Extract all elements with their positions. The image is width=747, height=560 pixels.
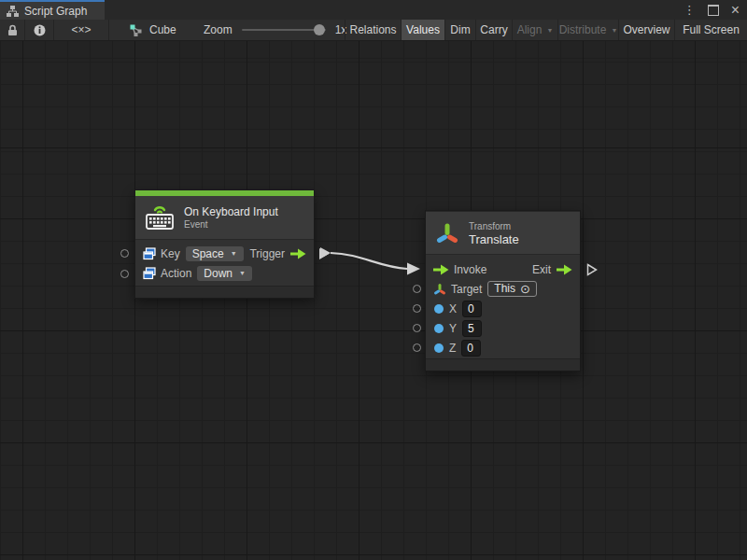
action-port-row: Action Down ▼	[135, 263, 314, 283]
action-value: Down	[204, 267, 233, 280]
node-footer	[426, 358, 580, 371]
zoom-slider-track[interactable]	[242, 29, 326, 31]
code-view-button[interactable]: <×>	[54, 20, 108, 40]
lock-button[interactable]	[0, 20, 24, 40]
value-port-dot-icon	[433, 323, 444, 334]
node-footer	[135, 286, 314, 298]
distribute-label: Distribute	[559, 23, 607, 36]
flow-arrow-icon	[557, 264, 572, 275]
zoom-slider-handle[interactable]	[314, 24, 325, 35]
key-dropdown[interactable]: Space ▼	[186, 246, 244, 261]
distribute-button[interactable]: Distribute ▼	[558, 20, 618, 40]
action-dropdown[interactable]: Down ▼	[197, 266, 252, 281]
keyboard-icon	[145, 204, 175, 231]
overview-button[interactable]: Overview	[619, 20, 674, 40]
node-on-keyboard-input[interactable]: On Keyboard Input Event Key Space ▼	[134, 189, 315, 299]
node-body: Key Space ▼ Trigger	[135, 239, 314, 286]
x-input-port[interactable]	[413, 304, 421, 313]
y-value-field[interactable]: 5	[462, 320, 482, 337]
z-value-field[interactable]: 0	[461, 340, 481, 357]
node-category: Transform	[469, 220, 519, 232]
graph-canvas[interactable]	[0, 41, 747, 560]
node-title-block: Transform Translate	[469, 220, 519, 246]
value-port-dot-icon	[433, 303, 444, 315]
chevron-down-icon: ▼	[239, 270, 246, 276]
zoom-label: Zoom	[204, 23, 233, 36]
graph-pointer-icon	[129, 23, 143, 36]
info-button[interactable]	[25, 20, 53, 40]
window-controls: ⋮ ×	[684, 0, 740, 20]
y-label: Y	[449, 322, 457, 335]
dim-button[interactable]: Dim	[445, 20, 475, 40]
graph-target-group[interactable]: Cube	[129, 20, 176, 40]
enum-type-icon	[143, 247, 156, 260]
target-input-port[interactable]	[413, 285, 421, 293]
align-label: Align	[517, 23, 543, 36]
close-icon[interactable]: ×	[731, 4, 740, 17]
window-menu-icon[interactable]: ⋮	[684, 3, 696, 17]
node-title: On Keyboard Input	[184, 205, 278, 219]
y-port-row: Y 5	[426, 318, 580, 338]
relations-button[interactable]: Relations	[345, 20, 401, 40]
toolbar-separator	[108, 20, 109, 40]
key-value: Space	[192, 247, 224, 260]
carry-button[interactable]: Carry	[476, 20, 512, 40]
chevron-down-icon: ▼	[231, 250, 237, 257]
script-graph-window: Script Graph ⋮ ×	[0, 0, 747, 560]
graph-hierarchy-icon	[7, 6, 19, 17]
value-port-dot-icon	[433, 343, 444, 354]
target-label: Target	[451, 283, 482, 296]
action-label: Action	[161, 267, 191, 280]
invoke-port-row: Invoke Exit	[426, 259, 580, 279]
object-picker-icon[interactable]: ⊙	[520, 283, 530, 295]
key-input-port[interactable]	[120, 249, 129, 258]
key-label: Key	[161, 247, 180, 260]
target-value: This	[494, 282, 515, 296]
x-port-row: X 0	[426, 299, 580, 318]
y-input-port[interactable]	[413, 324, 421, 332]
values-button[interactable]: Values	[402, 20, 444, 40]
z-label: Z	[449, 342, 456, 355]
maximize-icon[interactable]	[708, 5, 719, 16]
tab-title: Script Graph	[24, 5, 87, 18]
x-value-field[interactable]: 0	[462, 301, 482, 317]
graph-toolbar: <×> Cube Zoom 1x Relati	[0, 20, 747, 41]
chevron-down-icon: ▼	[546, 27, 553, 34]
title-bar: Script Graph ⋮ ×	[0, 0, 747, 20]
exit-output: Exit	[532, 263, 572, 276]
toolbar-toggle-group: Relations Values Dim Carry Align ▼ Distr…	[345, 20, 747, 40]
transform-axes-icon	[435, 221, 459, 245]
x-label: X	[449, 302, 457, 315]
z-input-port[interactable]	[413, 343, 421, 352]
node-title: Translate	[469, 232, 519, 246]
target-port-row: Target This ⊙	[426, 279, 580, 299]
node-subtitle: Event	[184, 219, 278, 231]
exit-output-port[interactable]	[586, 263, 598, 276]
trigger-output: Trigger	[249, 247, 306, 260]
key-port-row: Key Space ▼ Trigger	[135, 244, 314, 263]
info-icon	[34, 24, 46, 36]
node-title-block: On Keyboard Input Event	[184, 205, 278, 231]
exit-label: Exit	[532, 263, 551, 276]
flow-arrow-icon	[433, 264, 449, 275]
tab-script-graph[interactable]: Script Graph	[0, 0, 105, 20]
full-screen-button[interactable]: Full Screen	[675, 20, 747, 40]
z-port-row: Z 0	[426, 338, 580, 357]
action-input-port[interactable]	[120, 270, 129, 278]
invoke-label: Invoke	[454, 263, 486, 276]
zoom-control-group: Zoom 1x	[204, 20, 346, 40]
enum-type-icon	[143, 267, 156, 280]
trigger-output-port[interactable]	[319, 248, 329, 259]
transform-type-icon	[433, 283, 446, 296]
code-icon: <×>	[71, 23, 91, 36]
target-object-field[interactable]: This ⊙	[487, 281, 537, 297]
toolbar-left-group: <×>	[0, 20, 109, 40]
lock-icon	[7, 24, 18, 36]
chevron-down-icon: ▼	[611, 27, 617, 34]
align-button[interactable]: Align ▼	[513, 20, 557, 40]
node-header[interactable]: On Keyboard Input Event	[135, 196, 314, 239]
node-body: Invoke Exit	[426, 254, 580, 358]
node-header[interactable]: Transform Translate	[426, 211, 580, 254]
flow-arrow-icon	[290, 248, 306, 259]
node-translate[interactable]: Transform Translate Invoke Exit	[425, 210, 581, 371]
